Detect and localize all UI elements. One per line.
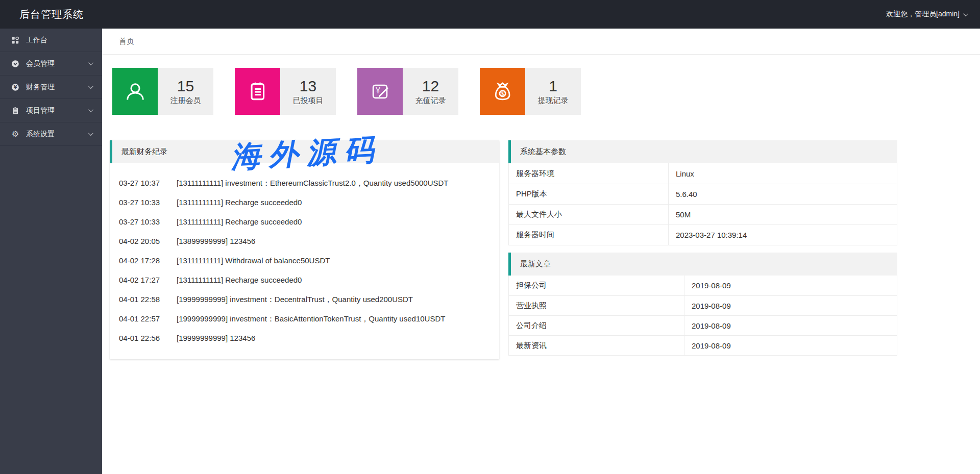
chevron-down-icon (963, 11, 968, 16)
articles-table: 担保公司 2019-08-09 营业执照 2019-08-09 公司介绍 201… (508, 276, 897, 356)
stat-card-body: 15 注册会员 (158, 68, 213, 115)
sidebar-item-label: 财务管理 (26, 83, 55, 92)
param-label: 服务器环境 (509, 169, 668, 179)
stat-card-invested-projects[interactable]: 13 已投项目 (235, 68, 336, 115)
finance-records-list: 03-27 10:37 [13111111111] investment：Eth… (110, 163, 499, 353)
article-date: 2019-08-09 (684, 336, 897, 355)
article-title: 担保公司 (509, 281, 684, 290)
page: 后台管理系统 欢迎您，管理员[admin] 工作台 (0, 0, 980, 474)
list-item: 04-02 17:27 [13111111111] Recharge succe… (119, 276, 490, 295)
user-menu[interactable]: 欢迎您，管理员[admin] (886, 10, 980, 19)
table-row[interactable]: 公司介绍 2019-08-09 (509, 315, 897, 335)
record-time: 04-02 20:05 (119, 237, 168, 245)
recharge-icon: ¥ (357, 68, 403, 115)
gear-icon: ⚙ (10, 130, 20, 138)
svg-text:¥: ¥ (14, 84, 17, 90)
table-row: PHP版本 5.6.40 (509, 184, 897, 204)
chevron-down-icon (88, 107, 93, 112)
param-value: 5.6.40 (668, 184, 897, 204)
latest-articles-panel: 最新文章 担保公司 2019-08-09 营业执照 2019-08-09 公司介… (508, 253, 897, 356)
param-value: Linux (668, 163, 897, 184)
sidebar: 工作台 会员管理 ¥ 财务管理 (0, 29, 102, 474)
sidebar-item-projects[interactable]: 项目管理 (0, 99, 102, 122)
chevron-down-icon (88, 60, 93, 65)
panel-header: 最新文章 (508, 253, 897, 276)
stat-value: 12 (422, 78, 439, 94)
panel-title: 最新财务纪录 (121, 147, 167, 157)
breadcrumb-home[interactable]: 首页 (119, 37, 134, 46)
record-text: [13111111111] Recharge succeeded0 (177, 217, 302, 226)
param-value: 2023-03-27 10:39:14 (668, 225, 897, 245)
panel-title: 最新文章 (520, 259, 551, 269)
record-time: 04-02 17:27 (119, 276, 168, 284)
list-item: 04-01 22:56 [19999999999] 123456 (119, 334, 490, 353)
stat-label: 提现记录 (538, 96, 569, 106)
record-text: [13111111111] Recharge succeeded0 (177, 276, 302, 284)
param-label: 最大文件大小 (509, 210, 668, 219)
table-row[interactable]: 营业执照 2019-08-09 (509, 295, 897, 315)
yen-circle-icon: ¥ (10, 83, 20, 91)
stat-label: 充值记录 (415, 96, 446, 106)
record-text: [13111111111] Withdrawal of balance50USD… (177, 256, 330, 265)
stat-value: 15 (177, 78, 194, 94)
stat-label: 注册会员 (170, 96, 201, 106)
article-title: 营业执照 (509, 301, 684, 311)
list-item: 03-27 10:33 [13111111111] Recharge succe… (119, 217, 490, 237)
panel-title: 系统基本参数 (520, 147, 566, 157)
table-row: 服务器时间 2023-03-27 10:39:14 (509, 224, 897, 245)
param-value: 50M (668, 205, 897, 224)
table-row[interactable]: 担保公司 2019-08-09 (509, 276, 897, 295)
sidebar-item-finance[interactable]: ¥ 财务管理 (0, 76, 102, 99)
stat-cards: 15 注册会员 13 已投项目 (112, 68, 581, 115)
svg-text:$: $ (501, 91, 504, 96)
table-row: 服务器环境 Linux (509, 163, 897, 184)
table-row[interactable]: 最新资讯 2019-08-09 (509, 335, 897, 355)
record-text: [13111111111] Recharge succeeded0 (177, 198, 302, 207)
stat-value: 13 (300, 78, 316, 94)
record-text: [19999999999] 123456 (177, 334, 255, 342)
member-circle-icon (10, 60, 20, 68)
list-item: 04-01 22:58 [19999999999] investment：Dec… (119, 295, 490, 314)
record-text: [19999999999] investment：BasicAttentionT… (177, 314, 445, 324)
moneybag-icon: $ (480, 68, 525, 115)
sidebar-item-workbench[interactable]: 工作台 (0, 29, 102, 52)
sidebar-item-settings[interactable]: ⚙ 系统设置 (0, 122, 102, 146)
stat-card-body: 12 充值记录 (403, 68, 458, 115)
system-params-panel: 系统基本参数 服务器环境 Linux PHP版本 5.6.40 最大文件大小 5… (508, 140, 897, 245)
list-item: 04-02 17:28 [13111111111] Withdrawal of … (119, 256, 490, 276)
panel-header: 最新财务纪录 (110, 140, 499, 163)
chevron-down-icon (88, 84, 93, 89)
stat-card-members[interactable]: 15 注册会员 (112, 68, 213, 115)
param-label: 服务器时间 (509, 230, 668, 240)
breadcrumb: 首页 (102, 29, 980, 55)
record-time: 04-02 17:28 (119, 256, 168, 265)
system-params-table: 服务器环境 Linux PHP版本 5.6.40 最大文件大小 50M 服务器时… (508, 163, 897, 245)
record-time: 04-01 22:58 (119, 295, 168, 304)
list-item: 04-01 22:57 [19999999999] investment：Bas… (119, 314, 490, 334)
app-title: 后台管理系统 (0, 8, 84, 21)
list-item: 03-27 10:37 [13111111111] investment：Eth… (119, 179, 490, 198)
param-label: PHP版本 (509, 189, 668, 199)
svg-text:¥: ¥ (375, 86, 380, 95)
grid-icon (10, 36, 20, 44)
stat-card-recharge-records[interactable]: ¥ 12 充值记录 (357, 68, 458, 115)
top-bar: 后台管理系统 欢迎您，管理员[admin] (0, 0, 980, 29)
list-item: 04-02 20:05 [13899999999] 123456 (119, 237, 490, 256)
sidebar-item-members[interactable]: 会员管理 (0, 52, 102, 76)
clipboard-icon (10, 107, 20, 115)
stat-card-body: 1 提现记录 (525, 68, 581, 115)
welcome-text: 欢迎您，管理员[admin] (886, 10, 960, 19)
sidebar-item-label: 工作台 (26, 36, 47, 45)
list-item: 03-27 10:33 [13111111111] Recharge succe… (119, 198, 490, 217)
chevron-down-icon (88, 131, 93, 136)
record-text: [19999999999] investment：DecentralTrust，… (177, 295, 413, 305)
sidebar-item-label: 系统设置 (26, 130, 55, 139)
finance-records-panel: 最新财务纪录 03-27 10:37 [13111111111] investm… (110, 140, 499, 359)
user-icon (112, 68, 158, 115)
sidebar-item-label: 会员管理 (26, 59, 55, 68)
stat-card-body: 13 已投项目 (280, 68, 336, 115)
notepad-icon (235, 68, 280, 115)
stat-label: 已投项目 (293, 96, 324, 106)
stat-card-withdrawal-records[interactable]: $ 1 提现记录 (480, 68, 581, 115)
article-title: 最新资讯 (509, 341, 684, 351)
